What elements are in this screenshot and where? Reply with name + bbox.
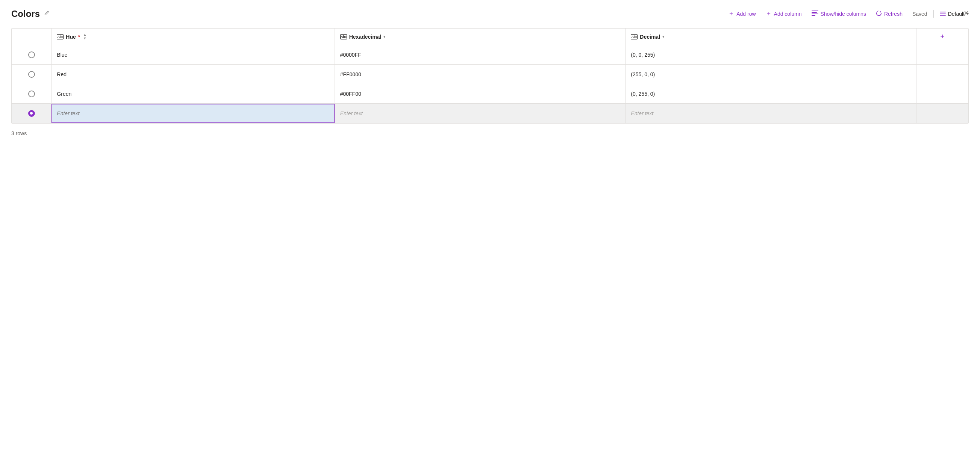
new-row-hue-input[interactable] [57, 110, 329, 116]
add-column-label: Add column [774, 11, 802, 17]
new-row-decimal-cell[interactable]: Enter text [625, 104, 916, 123]
refresh-icon [876, 10, 882, 17]
hexadecimal-header-label: Hexadecimal [349, 34, 382, 40]
row-count: 3 rows [11, 130, 969, 137]
selector-header [12, 29, 51, 45]
hexadecimal-type-icon: Abc [340, 34, 347, 40]
row2-radio[interactable] [28, 71, 35, 78]
new-row-hexadecimal-placeholder: Enter text [340, 110, 363, 116]
row3-selector-cell[interactable] [12, 84, 51, 104]
sort-desc-icon[interactable]: ▼ [83, 37, 86, 40]
row1-radio[interactable] [28, 51, 35, 58]
table-row: Blue #0000FF (0, 0, 255) [12, 45, 968, 65]
row3-hue-cell[interactable]: Green [51, 84, 334, 104]
row1-decimal-cell[interactable]: (0, 0, 255) [625, 45, 916, 65]
row1-hue-cell[interactable]: Blue [51, 45, 334, 65]
decimal-header[interactable]: Abc Decimal ▾ [625, 29, 916, 45]
saved-status: Saved [912, 11, 928, 17]
required-indicator: * [78, 34, 80, 40]
toolbar-divider [933, 10, 934, 17]
add-column-header[interactable]: + [916, 29, 968, 45]
row1-hue-value: Blue [57, 52, 67, 58]
new-row-radio-checked[interactable] [28, 110, 35, 117]
new-row-selector-cell[interactable] [12, 104, 51, 123]
new-row-hue-input-area[interactable] [51, 104, 334, 123]
row2-hue-value: Red [57, 71, 67, 77]
hue-type-icon: Abc [57, 34, 64, 40]
svg-rect-0 [811, 11, 818, 11]
row2-hexadecimal-value: #FF0000 [340, 71, 361, 77]
table-row: Green #00FF00 (0, 255, 0) [12, 84, 968, 104]
page-title: Colors [11, 9, 40, 19]
show-hide-label: Show/hide columns [821, 11, 866, 17]
row2-hexadecimal-cell[interactable]: #FF0000 [334, 65, 625, 84]
add-column-icon: ＋ [766, 10, 772, 17]
refresh-button[interactable]: Refresh [872, 8, 906, 20]
data-table-wrapper: Abc Hue * ▲ ▼ Abc Hexadecimal [11, 28, 969, 124]
decimal-menu-icon[interactable]: ▾ [662, 35, 664, 39]
row1-hexadecimal-cell[interactable]: #0000FF [334, 45, 625, 65]
show-hide-icon [811, 11, 818, 17]
row3-decimal-cell[interactable]: (0, 255, 0) [625, 84, 916, 104]
hue-sort-icons[interactable]: ▲ ▼ [83, 33, 86, 40]
row3-hexadecimal-cell[interactable]: #00FF00 [334, 84, 625, 104]
row3-hexadecimal-value: #00FF00 [340, 91, 361, 97]
svg-rect-3 [811, 15, 815, 16]
add-column-button[interactable]: ＋ Add column [762, 8, 806, 20]
add-row-icon: ＋ [728, 10, 734, 17]
new-row: Enter text Enter text [12, 104, 968, 123]
row1-extra-cell [916, 45, 968, 65]
new-row-hexadecimal-cell[interactable]: Enter text [334, 104, 625, 123]
row2-decimal-cell[interactable]: (255, 0, 0) [625, 65, 916, 84]
row3-hue-value: Green [57, 91, 72, 97]
row3-decimal-value: (0, 255, 0) [631, 91, 655, 97]
row2-extra-cell [916, 65, 968, 84]
new-row-hue-cell[interactable] [51, 104, 334, 123]
row1-decimal-value: (0, 0, 255) [631, 52, 655, 58]
data-table: Abc Hue * ▲ ▼ Abc Hexadecimal [12, 29, 968, 123]
new-row-extra-cell [916, 104, 968, 123]
hexadecimal-header[interactable]: Abc Hexadecimal ▾ [334, 29, 625, 45]
row1-hexadecimal-value: #0000FF [340, 52, 361, 58]
table-header-row: Abc Hue * ▲ ▼ Abc Hexadecimal [12, 29, 968, 45]
add-row-label: Add row [737, 11, 756, 17]
decimal-type-icon: Abc [631, 34, 638, 40]
row1-selector-cell[interactable] [12, 45, 51, 65]
row2-decimal-value: (255, 0, 0) [631, 71, 655, 77]
decimal-header-label: Decimal [640, 34, 660, 40]
row3-extra-cell [916, 84, 968, 104]
row2-hue-cell[interactable]: Red [51, 65, 334, 84]
edit-icon[interactable] [44, 10, 49, 17]
refresh-label: Refresh [884, 11, 902, 17]
new-row-decimal-placeholder: Enter text [631, 110, 653, 116]
svg-rect-2 [811, 14, 818, 14]
svg-rect-1 [811, 12, 817, 13]
table-row: Red #FF0000 (255, 0, 0) [12, 65, 968, 84]
hue-header-label: Hue [66, 34, 76, 40]
hexadecimal-menu-icon[interactable]: ▾ [383, 35, 385, 39]
add-column-header-button[interactable]: + [940, 32, 945, 41]
sort-asc-icon[interactable]: ▲ [83, 33, 86, 37]
default-label: Default [948, 11, 964, 17]
row3-radio[interactable] [28, 91, 35, 97]
hue-header[interactable]: Abc Hue * ▲ ▼ [51, 29, 334, 45]
add-row-button[interactable]: ＋ Add row [724, 8, 759, 20]
close-button[interactable]: × [964, 8, 969, 18]
hamburger-icon [940, 12, 946, 16]
row2-selector-cell[interactable] [12, 65, 51, 84]
show-hide-button[interactable]: Show/hide columns [808, 8, 870, 19]
